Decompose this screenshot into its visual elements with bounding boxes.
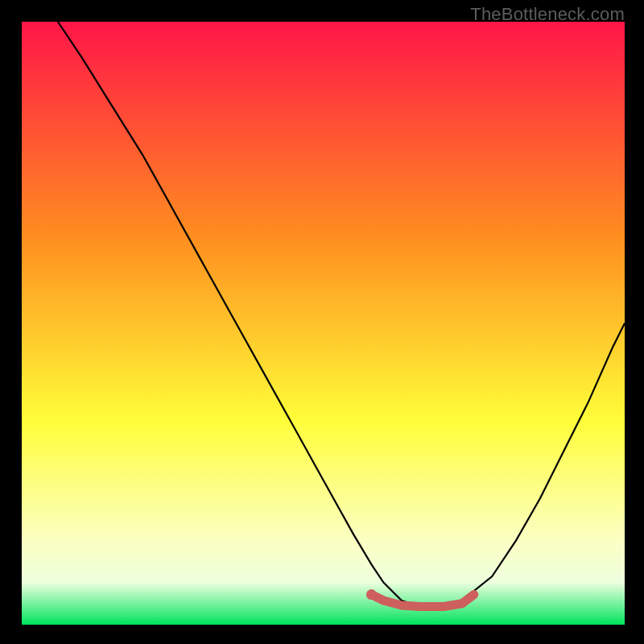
chart-frame: TheBottleneck.com — [0, 0, 644, 644]
plot-area — [22, 22, 625, 625]
accent-point — [366, 589, 377, 600]
bottleneck-curve — [58, 22, 625, 607]
curves-layer — [22, 22, 625, 625]
accent-segment — [371, 595, 473, 607]
